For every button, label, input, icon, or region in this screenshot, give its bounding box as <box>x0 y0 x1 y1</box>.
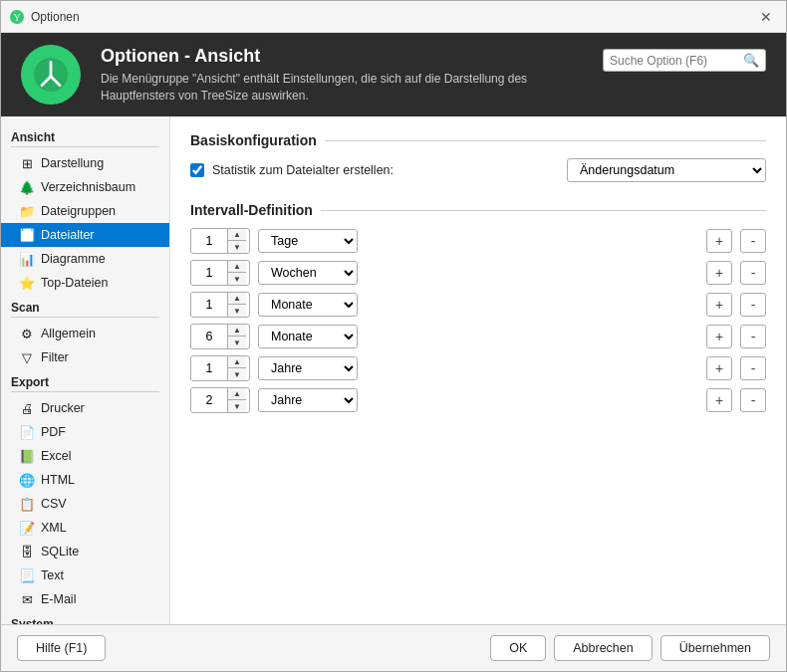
unit-select-2[interactable]: TageWochenMonateJahre <box>258 293 358 317</box>
sidebar-item-verzeichnisbaum[interactable]: 🌲Verzeichnisbaum <box>1 175 169 199</box>
spin-value-1[interactable] <box>191 263 227 283</box>
sidebar-icon-allgemein: ⚙ <box>19 326 35 341</box>
sidebar-section-scan: Scan <box>1 295 169 317</box>
cancel-button[interactable]: Abbrechen <box>554 635 652 661</box>
sidebar-icon-csv: 📋 <box>19 496 35 512</box>
minus-button-4[interactable]: - <box>740 356 766 380</box>
sidebar-icon-text: 📃 <box>19 567 35 583</box>
search-input[interactable] <box>610 54 739 68</box>
sidebar-section-ansicht: Ansicht <box>1 124 169 146</box>
unit-select-5[interactable]: TageWochenMonateJahre <box>258 388 358 412</box>
sidebar-item-diagramme[interactable]: 📊Diagramme <box>1 247 169 271</box>
spin-value-3[interactable] <box>191 327 227 346</box>
spin-box-1: ▲▼ <box>190 260 250 286</box>
spin-down-2[interactable]: ▼ <box>228 305 246 317</box>
sidebar-label-diagramme: Diagramme <box>41 252 106 266</box>
sidebar-label-drucker: Drucker <box>41 401 85 415</box>
sidebar-item-dateialter[interactable]: 📅Dateialter <box>1 223 169 247</box>
plus-button-2[interactable]: + <box>706 293 732 317</box>
spin-box-5: ▲▼ <box>190 387 250 413</box>
sidebar-item-html[interactable]: 🌐HTML <box>1 468 169 492</box>
header-info: Optionen - Ansicht Die Menügruppe "Ansic… <box>101 46 583 105</box>
search-icon: 🔍 <box>743 53 759 68</box>
sidebar-item-pdf[interactable]: 📄PDF <box>1 420 169 444</box>
unit-select-1[interactable]: TageWochenMonateJahre <box>258 261 358 285</box>
intervall-rows-container: ▲▼TageWochenMonateJahre+-▲▼TageWochenMon… <box>190 228 766 413</box>
spin-box-4: ▲▼ <box>190 355 250 381</box>
spin-box-0: ▲▼ <box>190 228 250 254</box>
plus-button-4[interactable]: + <box>706 356 732 380</box>
minus-button-2[interactable]: - <box>740 293 766 317</box>
spin-value-2[interactable] <box>191 295 227 315</box>
plus-button-3[interactable]: + <box>706 325 732 348</box>
spin-down-4[interactable]: ▼ <box>228 368 246 380</box>
apply-button[interactable]: Übernehmen <box>660 635 770 661</box>
sidebar-label-html: HTML <box>41 473 75 487</box>
plus-button-0[interactable]: + <box>706 229 732 253</box>
sidebar-item-top-dateien[interactable]: ⭐Top-Dateien <box>1 271 169 295</box>
app-icon: Y <box>9 9 25 25</box>
sidebar-icon-darstellung: ⊞ <box>19 155 35 171</box>
stat-dropdown[interactable]: Änderungsdatum Erstellungsdatum Zugriffs… <box>567 158 766 182</box>
minus-button-3[interactable]: - <box>740 325 766 348</box>
sidebar-item-text[interactable]: 📃Text <box>1 563 169 587</box>
sidebar-icon-diagramme: 📊 <box>19 251 35 267</box>
search-box[interactable]: 🔍 <box>603 49 766 72</box>
svg-text:Y: Y <box>13 12 20 23</box>
spin-up-0[interactable]: ▲ <box>228 229 246 241</box>
sidebar-label-csv: CSV <box>41 497 67 511</box>
sidebar-item-filter[interactable]: ▽Filter <box>1 345 169 369</box>
stat-checkbox-label: Statistik zum Dateialter erstellen: <box>212 163 394 177</box>
stat-checkbox[interactable] <box>190 163 204 177</box>
close-button[interactable]: ✕ <box>754 5 778 29</box>
unit-select-4[interactable]: TageWochenMonateJahre <box>258 356 358 380</box>
spin-up-1[interactable]: ▲ <box>228 261 246 273</box>
header-description: Die Menügruppe "Ansicht" enthält Einstel… <box>101 71 583 105</box>
window-title: Optionen <box>31 10 80 24</box>
spin-up-2[interactable]: ▲ <box>228 293 246 305</box>
sidebar-item-dateigruppen[interactable]: 📁Dateigruppen <box>1 199 169 223</box>
sidebar-label-filter: Filter <box>41 350 69 364</box>
minus-button-5[interactable]: - <box>740 388 766 412</box>
sidebar-label-excel: Excel <box>41 449 72 463</box>
sidebar-item-email[interactable]: ✉E-Mail <box>1 587 169 611</box>
spin-up-5[interactable]: ▲ <box>228 388 246 400</box>
sidebar-icon-email: ✉ <box>19 591 35 607</box>
spin-value-5[interactable] <box>191 390 227 410</box>
minus-button-1[interactable]: - <box>740 261 766 285</box>
plus-button-1[interactable]: + <box>706 261 732 285</box>
sidebar-icon-dateigruppen: 📁 <box>19 203 35 219</box>
spin-down-1[interactable]: ▼ <box>228 273 246 285</box>
help-button[interactable]: Hilfe (F1) <box>17 635 106 661</box>
sidebar-icon-verzeichnisbaum: 🌲 <box>19 179 35 195</box>
plus-button-5[interactable]: + <box>706 388 732 412</box>
sidebar-item-sqlite[interactable]: 🗄SQLite <box>1 540 169 563</box>
stat-checkbox-row: Statistik zum Dateialter erstellen: Ände… <box>190 158 766 182</box>
sidebar: Ansicht⊞Darstellung🌲Verzeichnisbaum📁Date… <box>1 116 170 624</box>
sidebar-item-darstellung[interactable]: ⊞Darstellung <box>1 151 169 175</box>
spin-down-3[interactable]: ▼ <box>228 336 246 348</box>
sidebar-icon-sqlite: 🗄 <box>19 544 35 560</box>
sidebar-item-excel[interactable]: 📗Excel <box>1 444 169 468</box>
header: Optionen - Ansicht Die Menügruppe "Ansic… <box>1 33 786 116</box>
spin-value-4[interactable] <box>191 358 227 378</box>
spin-down-5[interactable]: ▼ <box>228 400 246 412</box>
sidebar-item-drucker[interactable]: 🖨Drucker <box>1 396 169 420</box>
spin-up-4[interactable]: ▲ <box>228 356 246 368</box>
sidebar-item-csv[interactable]: 📋CSV <box>1 492 169 516</box>
sidebar-item-xml[interactable]: 📝XML <box>1 516 169 540</box>
sidebar-label-pdf: PDF <box>41 425 66 439</box>
spin-value-0[interactable] <box>191 231 227 251</box>
unit-select-0[interactable]: TageWochenMonateJahre <box>258 229 358 253</box>
basiskonfig-section: Basiskonfiguration Statistik zum Dateial… <box>190 132 766 182</box>
spin-down-0[interactable]: ▼ <box>228 241 246 253</box>
sidebar-icon-xml: 📝 <box>19 520 35 536</box>
sidebar-item-allgemein[interactable]: ⚙Allgemein <box>1 322 169 345</box>
minus-button-0[interactable]: - <box>740 229 766 253</box>
unit-select-3[interactable]: TageWochenMonateJahre <box>258 325 358 348</box>
basiskonfig-title: Basiskonfiguration <box>190 132 766 148</box>
main-window: Y Optionen ✕ Optionen - Ansicht Die Menü… <box>0 0 787 672</box>
spin-up-3[interactable]: ▲ <box>228 325 246 336</box>
sidebar-label-sqlite: SQLite <box>41 545 79 559</box>
ok-button[interactable]: OK <box>490 635 546 661</box>
